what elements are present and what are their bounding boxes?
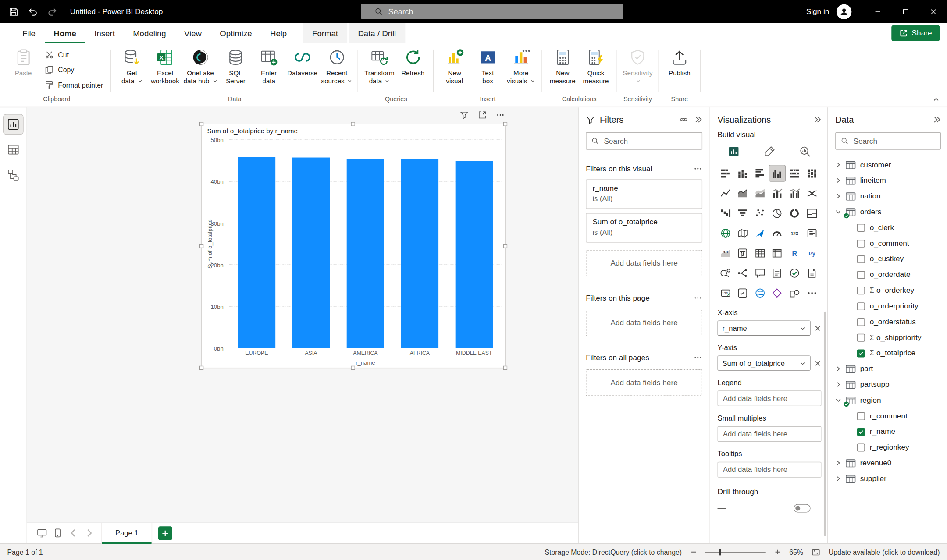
visual-type-clustered-column-chart[interactable] xyxy=(769,165,785,181)
visual-type-table[interactable] xyxy=(752,245,768,261)
well-dropzone-small-multiples[interactable]: Add data fields here xyxy=(718,426,822,442)
field-checkbox[interactable] xyxy=(857,428,865,436)
more-options-icon[interactable] xyxy=(496,110,505,120)
visual-type-line-and-clustered-column-chart[interactable] xyxy=(787,185,802,201)
update-notification-link[interactable]: Update available (click to download) xyxy=(829,549,940,556)
focus-mode-icon[interactable] xyxy=(478,110,487,120)
table-row-partsupp[interactable]: partsupp xyxy=(835,377,941,393)
report-view-button[interactable] xyxy=(4,115,23,134)
mobile-layout-button[interactable] xyxy=(50,525,65,542)
visual-type-filled-map[interactable] xyxy=(735,225,751,241)
visual-type-clustered-bar-chart[interactable] xyxy=(752,165,768,181)
bar-chart-visual[interactable]: Sum of o_totalprice by r_name Sum of o_t… xyxy=(201,124,506,368)
filters-search[interactable] xyxy=(586,132,702,150)
visual-type-new-card[interactable]: 123 xyxy=(718,285,733,301)
visual-type-paginated-report[interactable] xyxy=(804,265,820,281)
eye-icon[interactable] xyxy=(680,115,688,124)
visual-type-kpi[interactable]: 18 xyxy=(718,245,733,261)
collapse-pane-icon[interactable] xyxy=(694,115,702,124)
visual-type-matrix[interactable] xyxy=(769,245,785,261)
share-button[interactable]: Share xyxy=(891,25,940,41)
menu-tab-optimize[interactable]: Optimize xyxy=(211,23,261,43)
field-row-o_shippriority[interactable]: Σo_shippriority xyxy=(835,330,941,345)
table-row-supplier[interactable]: supplier xyxy=(835,471,941,486)
visual-type-line-chart[interactable] xyxy=(718,185,733,201)
undo-icon[interactable] xyxy=(28,6,38,16)
visual-type-gauge[interactable] xyxy=(769,225,785,241)
visual-type-card[interactable]: 123 xyxy=(787,225,802,241)
visual-type-decomposition-tree[interactable] xyxy=(735,265,751,281)
more-options-icon[interactable] xyxy=(693,164,702,174)
field-checkbox[interactable] xyxy=(857,443,865,451)
field-checkbox[interactable] xyxy=(857,287,865,294)
table-row-region[interactable]: region xyxy=(835,392,941,408)
table-row-orders[interactable]: orders xyxy=(835,204,941,220)
ribbon-recent-sources[interactable]: Recentsources xyxy=(319,47,354,87)
visual-type-metrics[interactable] xyxy=(787,265,802,281)
collapse-pane-icon[interactable] xyxy=(933,115,941,124)
zoom-slider-thumb[interactable] xyxy=(719,549,721,555)
new-page-button[interactable] xyxy=(158,526,172,540)
field-checkbox[interactable] xyxy=(857,239,865,247)
field-row-o_orderdate[interactable]: o_orderdate xyxy=(835,267,941,283)
ribbon-copy[interactable]: Copy xyxy=(41,62,107,77)
toggle-switch[interactable] xyxy=(794,504,811,512)
visual-type-multi-row-card[interactable] xyxy=(804,225,820,241)
field-row-o_comment[interactable]: o_comment xyxy=(835,235,941,251)
data-search[interactable] xyxy=(835,132,941,150)
field-checkbox[interactable] xyxy=(857,302,865,310)
visual-type-donut-chart[interactable] xyxy=(787,205,802,221)
field-checkbox[interactable] xyxy=(857,333,865,341)
collapse-pane-icon[interactable] xyxy=(813,115,821,124)
visual-type-area-chart[interactable] xyxy=(735,185,751,201)
bar-europe[interactable] xyxy=(238,157,275,348)
menu-tab-help[interactable]: Help xyxy=(261,23,296,43)
table-row-lineitem[interactable]: lineitem xyxy=(835,173,941,188)
filter-card-r-name[interactable]: r_nameis (All) xyxy=(586,179,702,209)
ribbon-sql-server[interactable]: SQLServer xyxy=(219,47,253,87)
ribbon-new-visual[interactable]: Newvisual xyxy=(438,47,471,87)
field-checkbox[interactable] xyxy=(857,349,865,357)
maximize-button[interactable] xyxy=(891,0,919,23)
visual-type-qa-visual[interactable] xyxy=(752,265,768,281)
chevron-right-icon[interactable] xyxy=(835,162,841,168)
ribbon-enter-data[interactable]: Enterdata xyxy=(252,47,285,87)
bar-asia[interactable] xyxy=(292,158,330,348)
menu-tab-format[interactable]: Format xyxy=(303,23,347,43)
visual-type-r-script-visual[interactable]: R xyxy=(787,245,802,261)
field-checkbox[interactable] xyxy=(857,271,865,279)
visual-type-hundred-percent-stacked-column-chart[interactable] xyxy=(804,165,820,181)
well-dropzone-legend[interactable]: Add data fields here xyxy=(718,390,822,406)
more-options-icon[interactable] xyxy=(693,293,702,302)
chevron-right-icon[interactable] xyxy=(835,460,841,466)
chevron-down-icon[interactable] xyxy=(835,209,841,215)
zoom-out-button[interactable] xyxy=(690,549,697,555)
desktop-layout-button[interactable] xyxy=(34,525,50,542)
menu-tab-file[interactable]: File xyxy=(13,23,44,43)
visual-type-line-and-stacked-column-chart[interactable] xyxy=(769,185,785,201)
table-row-customer[interactable]: customer xyxy=(835,157,941,173)
chevron-right-icon[interactable] xyxy=(835,193,841,199)
well-dropzone-tooltips[interactable]: Add data fields here xyxy=(718,462,822,478)
visual-type-slicer[interactable] xyxy=(735,245,751,261)
zoom-level[interactable]: 65% xyxy=(789,549,803,556)
build-visual-tab[interactable] xyxy=(726,144,742,159)
table-view-button[interactable] xyxy=(4,140,23,159)
field-row-o_totalprice[interactable]: Σo_totalprice xyxy=(835,345,941,361)
table-row-part[interactable]: part xyxy=(835,361,941,377)
field-checkbox[interactable] xyxy=(857,255,865,263)
add-data-fields-dropzone[interactable]: Add data fields here xyxy=(586,250,702,276)
format-visual-tab[interactable] xyxy=(762,144,777,159)
visual-type-treemap[interactable] xyxy=(804,205,820,221)
remove-field-icon[interactable] xyxy=(814,324,822,332)
ribbon-dataverse[interactable]: Dataverse xyxy=(285,47,319,87)
visual-type-waterfall-chart[interactable] xyxy=(718,205,733,221)
remove-field-icon[interactable] xyxy=(814,359,822,367)
menu-tab-insert[interactable]: Insert xyxy=(85,23,124,43)
field-row-o_orderpriority[interactable]: o_orderpriority xyxy=(835,298,941,314)
chevron-right-icon[interactable] xyxy=(835,382,841,388)
close-button[interactable] xyxy=(919,0,947,23)
field-pill-r-name[interactable]: r_name xyxy=(718,320,811,335)
page-tab[interactable]: Page 1 xyxy=(101,522,152,543)
menu-tab-modeling[interactable]: Modeling xyxy=(124,23,175,43)
